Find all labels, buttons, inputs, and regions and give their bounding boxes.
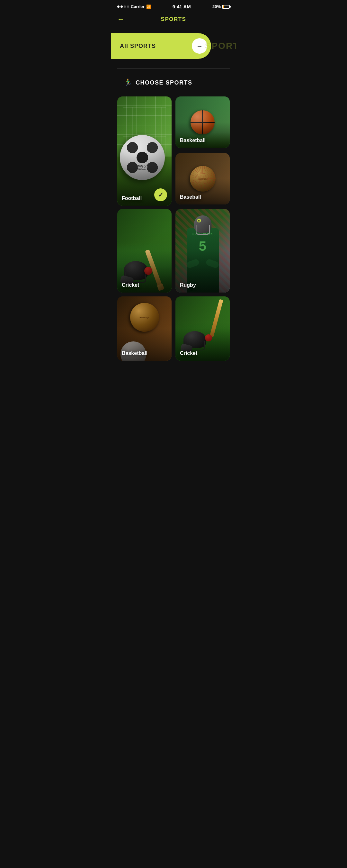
choose-sports-section: 🏃‍♂️ CHOOSE SPORTS [117, 68, 230, 93]
all-sports-arrow[interactable]: → [192, 38, 207, 54]
wifi-icon: 📶 [146, 4, 151, 9]
status-right: 20% [212, 4, 230, 9]
basketball2-label: Basketball [122, 350, 148, 356]
signal-dot-4 [127, 5, 129, 8]
status-bar: Carrier 📶 9:41 AM 20% [111, 0, 236, 12]
header: ← SPORTS [111, 12, 236, 30]
football-label: Football [122, 195, 142, 201]
cricket-overlay [117, 209, 171, 292]
page-title: SPORTS [161, 16, 186, 23]
sports-run-icon: 🏃‍♂️ [124, 79, 132, 87]
status-left: Carrier 📶 [117, 4, 151, 9]
sport-card-cricket[interactable]: Cricket [117, 209, 171, 292]
signal-dots [117, 5, 129, 8]
cricket2-label: Cricket [180, 350, 197, 356]
sport-card-football[interactable]: Wilson NCAA Football ✓ [117, 96, 171, 206]
cricket-label: Cricket [122, 282, 139, 288]
signal-dot-2 [121, 5, 123, 8]
signal-dot-1 [117, 5, 120, 8]
back-button[interactable]: ← [117, 15, 124, 24]
battery-icon [222, 5, 230, 9]
sport-card-basketball2[interactable]: Rawlings Basketball [117, 297, 171, 361]
carrier-label: Carrier [131, 4, 145, 9]
all-sports-banner[interactable]: All SPORTS → [111, 33, 211, 59]
battery-percent: 20% [212, 4, 221, 9]
football-check-badge: ✓ [154, 188, 167, 201]
signal-dot-3 [124, 5, 126, 8]
baseball-label: Baseball [180, 194, 201, 200]
battery-fill [223, 5, 224, 8]
basketball-label: Basketball [180, 137, 206, 144]
status-time: 9:41 AM [172, 4, 191, 9]
sport-card-baseball[interactable]: Rawlings Baseball [176, 153, 230, 205]
sport-card-basketball[interactable]: Basketball [176, 96, 230, 148]
rugby-label: Rugby [180, 282, 196, 288]
sport-card-cricket2[interactable]: Cricket [176, 297, 230, 361]
sports-grid: Wilson NCAA Football ✓ Basketball [111, 93, 236, 209]
sport-card-rugby[interactable]: HIGHLANDERS 5 R Rugby [176, 209, 230, 292]
all-sports-label: All SPORTS [120, 43, 156, 50]
choose-sports-title: CHOOSE SPORTS [135, 80, 192, 86]
rugby-overlay [176, 209, 230, 292]
